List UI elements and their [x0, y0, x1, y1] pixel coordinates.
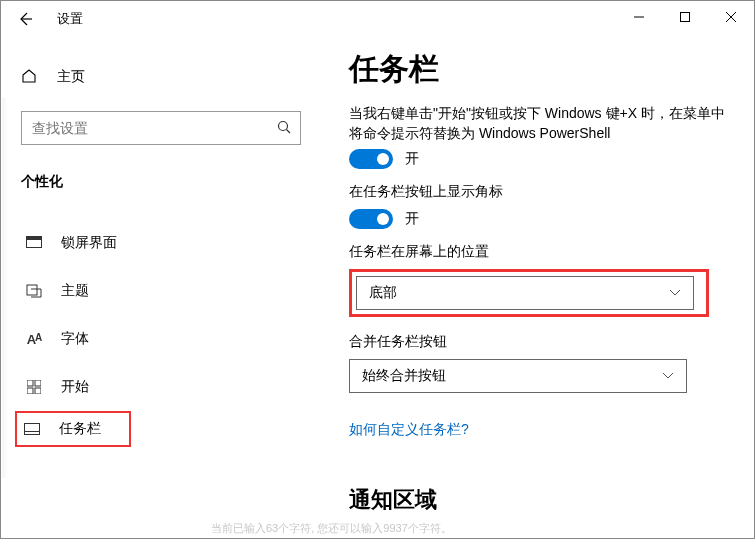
- chevron-down-icon: [662, 370, 674, 382]
- sidebar-section-title: 个性化: [21, 173, 301, 191]
- combine-dropdown[interactable]: 始终合并按钮: [349, 359, 687, 393]
- combine-setting-label: 合并任务栏按钮: [349, 333, 726, 351]
- combine-dropdown-value: 始终合并按钮: [362, 367, 446, 385]
- sidebar-item-themes[interactable]: 主题: [21, 267, 301, 315]
- sidebar: 主页 个性化 锁屏界面 主题 AA: [1, 37, 321, 538]
- sidebar-item-lockscreen[interactable]: 锁屏界面: [21, 219, 301, 267]
- svg-rect-1: [681, 13, 690, 22]
- titlebar: 设置: [1, 1, 754, 37]
- sidebar-shadow: [2, 97, 8, 478]
- home-icon: [21, 68, 39, 87]
- sidebar-item-label: 开始: [61, 378, 89, 396]
- sidebar-item-label: 任务栏: [59, 420, 101, 438]
- chevron-down-icon: [669, 287, 681, 299]
- powershell-setting-description: 当我右键单击"开始"按钮或按下 Windows 键+X 时，在菜单中将命令提示符…: [349, 104, 726, 143]
- taskbar-icon: [23, 423, 41, 435]
- minimize-button[interactable]: [616, 1, 662, 33]
- page-title: 任务栏: [349, 49, 726, 90]
- notification-area-heading: 通知区域: [349, 485, 726, 515]
- svg-rect-9: [27, 380, 33, 386]
- badges-setting-label: 在任务栏按钮上显示角标: [349, 183, 726, 201]
- powershell-toggle[interactable]: [349, 149, 393, 169]
- sidebar-item-label: 锁屏界面: [61, 234, 117, 252]
- customize-taskbar-link[interactable]: 如何自定义任务栏?: [349, 421, 469, 439]
- sidebar-item-start[interactable]: 开始: [21, 363, 301, 411]
- badges-toggle-state: 开: [405, 210, 419, 228]
- content-pane: 任务栏 当我右键单击"开始"按钮或按下 Windows 键+X 时，在菜单中将命…: [321, 37, 754, 538]
- svg-rect-7: [27, 237, 42, 241]
- maximize-button[interactable]: [662, 1, 708, 33]
- search-icon: [276, 119, 292, 138]
- position-setting-label: 任务栏在屏幕上的位置: [349, 243, 726, 261]
- powershell-toggle-state: 开: [405, 150, 419, 168]
- sidebar-item-taskbar[interactable]: 任务栏: [15, 411, 131, 447]
- sidebar-item-label: 主题: [61, 282, 89, 300]
- svg-line-5: [287, 129, 291, 133]
- home-nav[interactable]: 主页: [21, 57, 301, 97]
- powershell-toggle-row: 开: [349, 149, 726, 169]
- sidebar-item-fonts[interactable]: AA 字体: [21, 315, 301, 363]
- search-input[interactable]: [30, 119, 276, 137]
- badges-toggle[interactable]: [349, 209, 393, 229]
- svg-rect-8: [27, 285, 37, 295]
- themes-icon: [25, 283, 43, 299]
- svg-rect-11: [27, 388, 33, 394]
- position-dropdown-value: 底部: [369, 284, 397, 302]
- close-button[interactable]: [708, 1, 754, 33]
- start-icon: [25, 380, 43, 394]
- window-controls: [616, 1, 754, 33]
- sidebar-nav-list: 锁屏界面 主题 AA 字体 开始: [21, 219, 301, 447]
- back-button[interactable]: [9, 3, 41, 35]
- svg-rect-12: [35, 388, 41, 394]
- svg-rect-10: [35, 380, 41, 386]
- footer-char-count: 当前已输入63个字符, 您还可以输入9937个字符。: [211, 521, 452, 536]
- badges-toggle-row: 开: [349, 209, 726, 229]
- search-input-wrapper[interactable]: [21, 111, 301, 145]
- window-title: 设置: [57, 10, 83, 28]
- sidebar-item-label: 字体: [61, 330, 89, 348]
- fonts-icon: AA: [25, 332, 43, 347]
- position-dropdown-highlight: 底部: [349, 269, 709, 317]
- svg-point-4: [279, 121, 288, 130]
- home-label: 主页: [57, 68, 85, 86]
- lockscreen-icon: [25, 236, 43, 250]
- svg-rect-13: [25, 424, 40, 435]
- position-dropdown[interactable]: 底部: [356, 276, 694, 310]
